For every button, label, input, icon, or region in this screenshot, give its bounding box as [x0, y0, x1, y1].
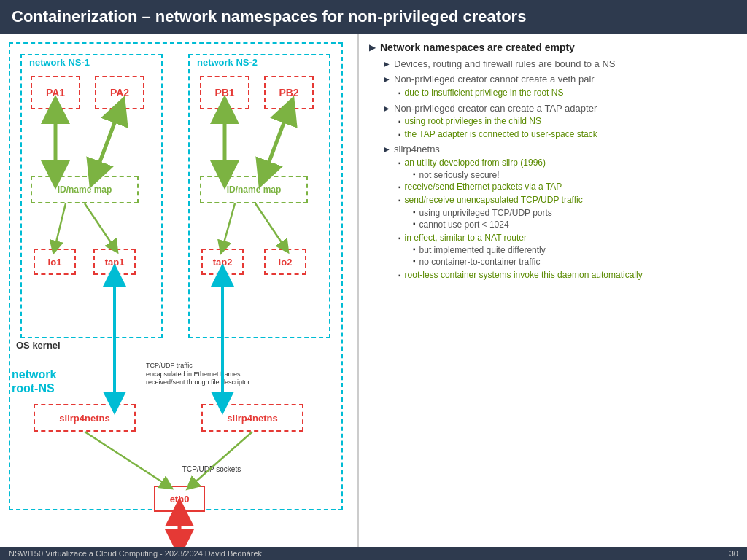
- bullet-slirp-sub2: ▪ receive/send Ethernet packets via a TA…: [398, 182, 737, 193]
- sq-icon-3: ▪: [398, 131, 401, 139]
- bullet-l2-text-2: Non-privileged creator cannot create a v…: [394, 73, 595, 86]
- bullet-l4-text-5: no container-to-container traffic: [419, 257, 541, 267]
- arrow-icon-2: ▶: [384, 60, 390, 68]
- sq-icon-2: ▪: [398, 117, 401, 125]
- bullet-l3-text-1: due to insufficient privilege in the roo…: [405, 88, 564, 99]
- bullet-slirp-sub3a: ▪ using unprivileged TCP/UDP ports: [413, 208, 737, 218]
- arrow-icon-4: ▶: [384, 104, 390, 112]
- bullet-l4-text-3: cannot use port < 1024: [419, 219, 509, 230]
- bullet-veth: ▶ Non-privileged creator cannot create a…: [384, 73, 737, 86]
- bullet-tap: ▶ Non-privileged creator can create a TA…: [384, 102, 737, 115]
- sq-icon-6: ▪: [398, 183, 401, 191]
- sq-icon-1: ▪: [398, 89, 401, 97]
- footer-right: 30: [729, 549, 738, 558]
- sq-icon-10: ▪: [398, 234, 401, 242]
- footer-left: NSWI150 Virtualizace a Cloud Computing -…: [9, 549, 262, 558]
- arrow-icon-5: ▶: [384, 145, 390, 153]
- bullet-l3-text-5: receive/send Ethernet packets via a TAP: [405, 182, 562, 193]
- slide-header: Containerization – network namespaces fo…: [0, 0, 747, 34]
- sq-icon-13: ▪: [398, 271, 401, 279]
- sq-icon-4: ▪: [398, 159, 401, 167]
- bullet-l3-text-7: in effect, similar to a NAT router: [405, 233, 527, 244]
- bullet-slirp-sub3: ▪ send/receive unencapsulated TCP/UDP tr…: [398, 195, 737, 206]
- sq-icon-7: ▪: [398, 196, 401, 204]
- pb1-box: PB1: [200, 76, 249, 109]
- main-content: network NS-1 network NS-2 PA1 PA2 PB1 PB…: [0, 34, 747, 547]
- bullet-l3-text-2: using root privileges in the child NS: [405, 116, 541, 128]
- sockets-label: TCP/UDP sockets: [168, 465, 255, 473]
- bullets-area: ▶ Network namespaces are created empty ▶…: [357, 34, 747, 547]
- bullet-slirp-sub4: ▪ in effect, similar to a NAT router: [398, 233, 737, 244]
- tap2-box: tap2: [201, 249, 244, 275]
- bullet-slirp-sub3b: ▪ cannot use port < 1024: [413, 219, 737, 230]
- idmap2-box: ID/name map: [200, 176, 308, 203]
- arrow-icon-1: ▶: [369, 42, 376, 52]
- diagram-area: network NS-1 network NS-2 PA1 PA2 PB1 PB…: [0, 34, 357, 547]
- slirp1-box: slirp4netns: [34, 404, 136, 432]
- bullet-slirp: ▶ slirp4netns: [384, 143, 737, 156]
- bullet-slirp-sub4b: ▪ no container-to-container traffic: [413, 257, 737, 267]
- bullet-l3-text-8: root-less container systems invoke this …: [405, 270, 643, 281]
- bullet-slirp-sub1a: ▪ not seriously secure!: [413, 170, 737, 180]
- bullet-slirp-sub1: ▪ an utility developed from slirp (1996): [398, 158, 737, 169]
- bullet-slirp-sub5: ▪ root-less container systems invoke thi…: [398, 270, 737, 281]
- root-ns-label: network root-NS: [12, 368, 56, 395]
- sq-icon-11: ▪: [413, 245, 416, 253]
- bullet-l2-text-1: Devices, routing and firewall rules are …: [394, 58, 616, 71]
- tcp-annotation: TCP/UDP traffic encapsulated in Ethernet…: [146, 362, 263, 387]
- bullet-l3-text-4: an utility developed from slirp (1996): [405, 158, 546, 169]
- bullet-tap-sub2: ▪ the TAP adapter is connected to user-s…: [398, 129, 737, 141]
- pa1-box: PA1: [31, 76, 80, 109]
- bullet-l3-text-3: the TAP adapter is connected to user-spa…: [405, 129, 597, 141]
- pa2-box: PA2: [95, 76, 144, 109]
- lo1-box: lo1: [34, 249, 76, 275]
- sq-icon-5: ▪: [413, 170, 416, 178]
- pb2-box: PB2: [264, 76, 314, 109]
- eth0-box: eth0: [154, 486, 205, 512]
- slirp2-box: slirp4netns: [201, 404, 303, 432]
- ns1-label: network NS-1: [29, 57, 90, 68]
- bullet-slirp-sub4a: ▪ but implemented quite differently: [413, 245, 737, 255]
- bullet-l3-text-6: send/receive unencapsulated TCP/UDP traf…: [405, 195, 583, 206]
- bullet-devices: ▶ Devices, routing and firewall rules ar…: [384, 58, 737, 71]
- bullet-l4-text-1: not seriously secure!: [419, 170, 500, 180]
- bullet-l2-text-4: slirp4netns: [394, 143, 440, 156]
- tap1-box: tap1: [93, 249, 136, 275]
- bullet-tap-sub1: ▪ using root privileges in the child NS: [398, 116, 737, 128]
- ns2-label: network NS-2: [197, 57, 258, 68]
- bullet-l4-text-4: but implemented quite differently: [419, 245, 546, 255]
- bullet-l4-text-2: using unprivileged TCP/UDP ports: [419, 208, 552, 218]
- slide-footer: NSWI150 Virtualizace a Cloud Computing -…: [0, 547, 747, 560]
- bullet-ns-empty: ▶ Network namespaces are created empty: [369, 41, 737, 55]
- bullet-l2-text-3: Non-privileged creator can create a TAP …: [394, 102, 597, 115]
- os-kernel-label: OS kernel: [16, 340, 61, 351]
- idmap1-box: ID/name map: [31, 176, 139, 203]
- sq-icon-9: ▪: [413, 219, 416, 228]
- sq-icon-8: ▪: [413, 208, 416, 216]
- arrow-icon-3: ▶: [384, 75, 390, 83]
- lo2-box: lo2: [264, 249, 306, 275]
- bullet-l1-text-1: Network namespaces are created empty: [380, 41, 575, 55]
- bullet-veth-sub: ▪ due to insufficient privilege in the r…: [398, 88, 737, 99]
- sq-icon-12: ▪: [413, 257, 416, 265]
- header-title: Containerization – network namespaces fo…: [12, 7, 526, 26]
